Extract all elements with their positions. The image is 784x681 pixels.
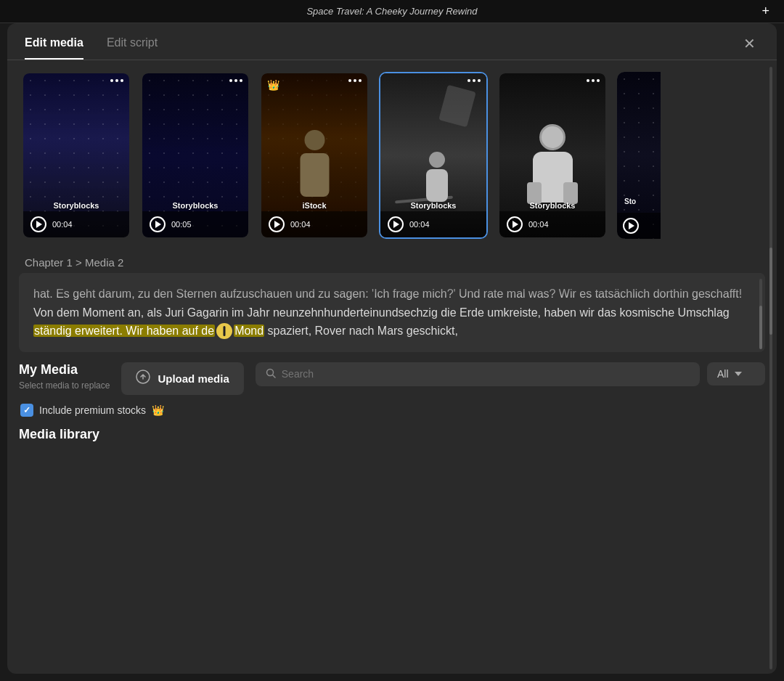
dot xyxy=(467,79,470,82)
filter-label: All xyxy=(717,368,729,380)
media-card[interactable]: Storyblocks 00:04 xyxy=(22,72,131,239)
card-duration: 00:04 xyxy=(528,220,549,229)
card-duration: 00:04 xyxy=(409,220,430,229)
card-brand-label: Storyblocks xyxy=(142,201,248,210)
media-card[interactable]: Storyblocks 00:04 xyxy=(498,72,607,239)
add-button[interactable]: + xyxy=(761,4,769,19)
script-text-before: hat. Es geht darum, zu den Sternen aufzu… xyxy=(33,288,742,319)
card-footer: 00:04 xyxy=(261,211,367,237)
my-media-title: My Media xyxy=(19,362,110,378)
dot xyxy=(121,79,123,82)
dot xyxy=(110,79,113,82)
tab-edit-media[interactable]: Edit media xyxy=(25,36,83,60)
card-brand-label: Storyblocks xyxy=(23,201,129,210)
play-button[interactable] xyxy=(150,216,166,232)
premium-text: Include premium stocks xyxy=(39,404,146,416)
search-input[interactable] xyxy=(282,368,690,380)
search-icon xyxy=(266,368,276,380)
card-menu-button[interactable] xyxy=(348,79,362,82)
card-footer: 00:05 xyxy=(142,211,248,237)
upload-media-button[interactable]: Upload media xyxy=(121,362,243,395)
media-library-title: Media library xyxy=(19,427,765,442)
dot xyxy=(354,79,356,82)
media-card[interactable]: 👑 iStock 00:04 xyxy=(260,72,369,239)
scrollbar-thumb xyxy=(759,306,762,349)
tab-edit-script[interactable]: Edit script xyxy=(107,36,158,60)
dot xyxy=(234,79,237,82)
play-button[interactable] xyxy=(30,216,46,232)
media-card[interactable]: Storyblocks 00:05 xyxy=(141,72,250,239)
script-text-after: spaziert, Rover nach Mars geschickt, xyxy=(264,325,458,337)
card-footer: 00:04 xyxy=(499,211,605,237)
card-duration: 00:04 xyxy=(52,220,73,229)
dot xyxy=(115,79,118,82)
card-brand-label: Storyblocks xyxy=(380,201,486,210)
crown-icon: 👑 xyxy=(267,79,279,91)
crown-icon: 👑 xyxy=(152,404,164,416)
media-card-partial[interactable]: Sto xyxy=(617,72,661,239)
close-button[interactable]: ✕ xyxy=(739,33,759,54)
top-bar: Space Travel: A Cheeky Journey Rewind + xyxy=(0,0,784,23)
scrollbar-track xyxy=(769,67,772,669)
card-brand-label: Storyblocks xyxy=(499,201,605,210)
play-button[interactable] xyxy=(623,218,639,234)
card-brand-label: iStock xyxy=(261,201,367,210)
card-footer: 00:04 xyxy=(380,211,486,237)
card-menu-button[interactable] xyxy=(587,79,600,82)
modal-scrollbar[interactable] xyxy=(769,67,772,669)
dot xyxy=(478,79,481,82)
scrollbar-thumb xyxy=(769,248,772,335)
play-icon xyxy=(393,221,399,228)
my-media-row: My Media Select media to replace Upload … xyxy=(19,362,765,395)
window-title: Space Travel: A Cheeky Journey Rewind xyxy=(306,6,477,17)
card-duration: 00:05 xyxy=(171,220,192,229)
card-menu-button[interactable] xyxy=(467,79,481,82)
play-button[interactable] xyxy=(507,216,523,232)
dot xyxy=(359,79,362,82)
media-card-selected[interactable]: Storyblocks 00:04 xyxy=(379,72,488,239)
dot xyxy=(240,79,242,82)
card-menu-button[interactable] xyxy=(110,79,123,82)
card-menu-button[interactable] xyxy=(229,79,242,82)
play-icon xyxy=(274,221,280,228)
filter-dropdown[interactable]: All xyxy=(707,362,765,386)
card-duration: 00:04 xyxy=(290,220,311,229)
checkmark-icon: ✓ xyxy=(23,405,30,415)
svg-line-2 xyxy=(272,375,275,378)
script-highlighted-text-2: Mond xyxy=(234,325,264,337)
premium-row: ✓ Include premium stocks 👑 xyxy=(19,404,765,417)
premium-checkbox[interactable]: ✓ xyxy=(20,404,33,417)
card-footer: 00:04 xyxy=(23,211,129,237)
media-library-section: Media library xyxy=(19,427,765,442)
cursor-line xyxy=(224,326,226,336)
dot xyxy=(597,79,600,82)
search-filter-row: All xyxy=(256,362,765,386)
play-button[interactable] xyxy=(269,216,285,232)
bottom-section: My Media Select media to replace Upload … xyxy=(19,362,765,417)
play-icon xyxy=(629,222,634,229)
edit-media-modal: Edit media Edit script ✕ Storyblocks 00:… xyxy=(7,23,777,674)
play-icon xyxy=(513,221,518,228)
upload-button-label: Upload media xyxy=(158,372,229,385)
script-text-area: hat. Es geht darum, zu den Sternen aufzu… xyxy=(19,273,765,352)
dot xyxy=(348,79,351,82)
dot xyxy=(473,79,475,82)
upload-icon xyxy=(136,370,150,388)
chevron-down-icon xyxy=(735,372,742,376)
play-icon xyxy=(36,221,42,228)
dot xyxy=(592,79,595,82)
script-highlighted-text: ständig erweitert. Wir haben auf de xyxy=(33,325,215,337)
script-scrollbar[interactable] xyxy=(759,279,762,346)
my-media-subtitle: Select media to replace xyxy=(19,380,110,391)
dot xyxy=(587,79,589,82)
play-button[interactable] xyxy=(388,216,404,232)
text-cursor xyxy=(216,323,232,339)
my-media-label: My Media Select media to replace xyxy=(19,362,110,391)
media-strip: Storyblocks 00:04 Storyblocks xyxy=(7,60,777,250)
modal-header: Edit media Edit script ✕ xyxy=(7,23,777,60)
breadcrumb: Chapter 1 > Media 2 xyxy=(7,250,777,273)
search-box[interactable] xyxy=(256,362,700,386)
dot xyxy=(229,79,232,82)
play-icon xyxy=(155,221,161,228)
